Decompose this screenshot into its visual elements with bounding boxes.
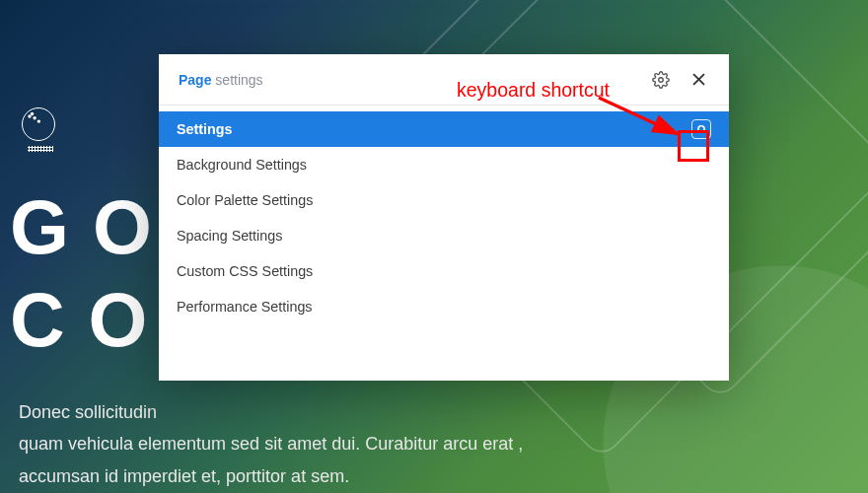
paragraph-line: quam vehicula elementum sed sit amet dui… xyxy=(19,428,523,459)
modal-title-rest: settings xyxy=(211,72,262,88)
list-item-custom-css[interactable]: Custom CSS Settings xyxy=(159,253,729,289)
logo-dots xyxy=(28,146,53,152)
modal-header: Page settings xyxy=(159,54,729,106)
list-item-settings[interactable]: Settings O xyxy=(159,111,729,147)
list-item-color-palette[interactable]: Color Palette Settings xyxy=(159,182,729,218)
settings-list: Settings O Background Settings Color Pal… xyxy=(159,106,729,324)
shortcut-badge: O xyxy=(691,119,711,139)
list-item-spacing[interactable]: Spacing Settings xyxy=(159,218,729,253)
gear-icon[interactable] xyxy=(648,67,674,93)
list-item-label: Spacing Settings xyxy=(177,228,282,244)
close-icon[interactable] xyxy=(687,67,711,92)
modal-title: Page settings xyxy=(179,72,263,88)
list-item-label: Custom CSS Settings xyxy=(177,263,313,279)
list-item-background[interactable]: Background Settings xyxy=(159,147,729,182)
settings-modal: Page settings Settings O Background Se xyxy=(159,54,729,381)
modal-title-highlight: Page xyxy=(179,72,211,88)
list-item-label: Settings xyxy=(177,121,232,137)
list-item-label: Color Palette Settings xyxy=(177,192,313,208)
list-item-label: Background Settings xyxy=(177,157,307,173)
hero-paragraph: Donec sollicitudin quam vehicula element… xyxy=(19,396,523,492)
paragraph-line: accumsan id imperdiet et, porttitor at s… xyxy=(19,460,523,492)
paragraph-line: Donec sollicitudin xyxy=(19,396,523,428)
svg-point-0 xyxy=(659,77,664,82)
list-item-performance[interactable]: Performance Settings xyxy=(159,289,729,324)
logo-icon xyxy=(22,107,55,141)
list-item-label: Performance Settings xyxy=(177,299,312,315)
annotation-label: keyboard shortcut xyxy=(457,79,610,102)
header-icons xyxy=(648,67,711,93)
